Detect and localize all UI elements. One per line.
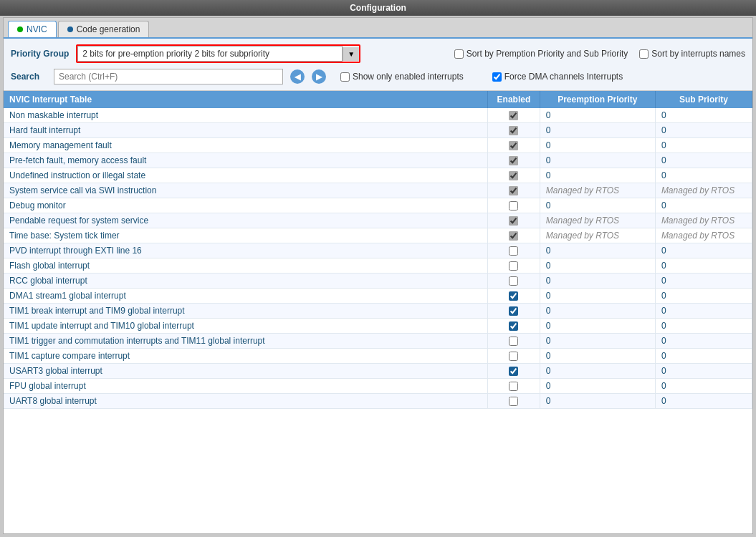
table-container: NVIC Interrupt Table Enabled Preemption … [4, 91, 752, 533]
force-dma-checkbox[interactable] [492, 72, 502, 82]
interrupt-enabled-checkbox[interactable] [509, 291, 518, 301]
interrupt-enabled [488, 228, 540, 243]
interrupt-enabled [488, 198, 540, 213]
interrupt-subpriority: 0 [655, 123, 752, 138]
col-header-enabled: Enabled [488, 91, 540, 108]
interrupt-name: USART3 global interrupt [4, 364, 488, 379]
select-arrow-icon[interactable]: ▼ [343, 47, 359, 61]
interrupt-name: Pre-fetch fault, memory access fault [4, 153, 488, 168]
show-only-enabled-checkbox[interactable] [340, 72, 350, 82]
table-row: Debug monitor00 [4, 198, 752, 213]
search-input[interactable] [54, 69, 283, 84]
sort-by-names-label: Sort by interrupts names [651, 49, 745, 59]
interrupt-enabled-checkbox[interactable] [509, 156, 518, 165]
prev-nav-button[interactable]: ◀ [290, 69, 305, 84]
interrupt-enabled-checkbox[interactable] [509, 231, 518, 241]
interrupt-enabled-checkbox[interactable] [509, 306, 518, 316]
interrupt-name: TIM1 update interrupt and TIM10 global i… [4, 319, 488, 334]
outer-container: Configuration NVIC Code generation Prior… [0, 0, 756, 537]
interrupt-enabled-checkbox[interactable] [509, 216, 518, 226]
table-row: RCC global interrupt00 [4, 274, 752, 289]
interrupt-enabled [488, 319, 540, 334]
tab-nvic[interactable]: NVIC [8, 21, 57, 37]
tab-codegen-label: Code generation [77, 24, 140, 34]
controls-row1: Priority Group 2 bits for pre-emption pr… [11, 44, 745, 63]
main-panel: NVIC Code generation Priority Group 2 bi… [3, 17, 753, 534]
interrupt-enabled-checkbox[interactable] [509, 276, 518, 286]
interrupt-enabled [488, 394, 540, 409]
col-header-name: NVIC Interrupt Table [4, 91, 488, 108]
interrupt-enabled-checkbox[interactable] [509, 141, 518, 150]
interrupt-preemption: 0 [540, 349, 655, 364]
table-row: Memory management fault00 [4, 138, 752, 153]
interrupt-subpriority: 0 [655, 198, 752, 213]
sort-by-premption-item: Sort by Premption Priority and Sub Prior… [454, 49, 628, 59]
interrupt-enabled-checkbox[interactable] [509, 337, 518, 346]
interrupt-subpriority: 0 [655, 243, 752, 258]
priority-group-select[interactable]: 2 bits for pre-emption priority 2 bits f… [77, 46, 343, 62]
interrupt-subpriority: Managed by RTOS [655, 183, 752, 198]
title-bar: Configuration [0, 0, 756, 16]
interrupt-name: UART8 global interrupt [4, 394, 488, 409]
sort-by-names-checkbox[interactable] [639, 49, 649, 59]
interrupt-preemption: 0 [540, 108, 655, 123]
interrupt-preemption: 0 [540, 379, 655, 394]
table-header-row: NVIC Interrupt Table Enabled Preemption … [4, 91, 752, 108]
sort-by-premption-checkbox[interactable] [454, 49, 464, 59]
interrupt-preemption: 0 [540, 274, 655, 289]
interrupt-enabled [488, 213, 540, 228]
interrupt-enabled-checkbox[interactable] [509, 382, 518, 391]
interrupt-enabled-checkbox[interactable] [509, 261, 518, 271]
interrupt-subpriority: 0 [655, 319, 752, 334]
interrupt-enabled-checkbox[interactable] [509, 367, 518, 376]
interrupt-enabled-checkbox[interactable] [509, 397, 518, 406]
interrupt-enabled-checkbox[interactable] [509, 246, 518, 256]
checkboxes-right: Sort by Premption Priority and Sub Prior… [454, 49, 745, 59]
interrupt-preemption: 0 [540, 304, 655, 319]
sort-by-premption-label: Sort by Premption Priority and Sub Prior… [466, 49, 628, 59]
table-row: PVD interrupt through EXTI line 1600 [4, 243, 752, 258]
interrupt-enabled-checkbox[interactable] [509, 201, 518, 211]
interrupt-enabled [488, 153, 540, 168]
interrupt-subpriority: 0 [655, 258, 752, 274]
tab-code-generation[interactable]: Code generation [58, 21, 150, 37]
interrupt-enabled [488, 364, 540, 379]
next-nav-button[interactable]: ▶ [312, 69, 326, 84]
interrupt-name: PVD interrupt through EXTI line 16 [4, 243, 488, 258]
interrupt-preemption: 0 [540, 258, 655, 274]
interrupt-subpriority: 0 [655, 153, 752, 168]
interrupt-name: FPU global interrupt [4, 379, 488, 394]
table-row: TIM1 update interrupt and TIM10 global i… [4, 319, 752, 334]
interrupt-name: Memory management fault [4, 138, 488, 153]
interrupt-enabled-checkbox[interactable] [509, 352, 518, 361]
table-row: Hard fault interrupt00 [4, 123, 752, 138]
force-dma-item: Force DMA channels Interrupts [492, 72, 623, 82]
interrupt-preemption: Managed by RTOS [540, 228, 655, 243]
interrupt-enabled-checkbox[interactable] [509, 321, 518, 331]
interrupt-enabled-checkbox[interactable] [509, 171, 518, 180]
interrupt-enabled-checkbox[interactable] [509, 111, 518, 120]
interrupt-name: TIM1 capture compare interrupt [4, 349, 488, 364]
interrupt-enabled-checkbox[interactable] [509, 126, 518, 135]
force-dma-label: Force DMA channels Interrupts [504, 72, 623, 82]
tabs-row: NVIC Code generation [4, 18, 752, 39]
interrupt-name: Non maskable interrupt [4, 108, 488, 123]
interrupt-subpriority: 0 [655, 304, 752, 319]
interrupt-enabled [488, 289, 540, 304]
interrupt-enabled [488, 108, 540, 123]
table-row: FPU global interrupt00 [4, 379, 752, 394]
table-row: UART8 global interrupt00 [4, 394, 752, 409]
table-row: Flash global interrupt00 [4, 258, 752, 274]
show-only-enabled-label: Show only enabled interrupts [353, 72, 464, 82]
interrupt-tbody: Non maskable interrupt00Hard fault inter… [4, 108, 752, 409]
interrupt-subpriority: 0 [655, 349, 752, 364]
interrupt-enabled-checkbox[interactable] [509, 186, 518, 195]
col-header-preemption: Preemption Priority [540, 91, 655, 108]
table-row: Pendable request for system serviceManag… [4, 213, 752, 228]
interrupt-subpriority: 0 [655, 168, 752, 183]
controls-row2: Search ◀ ▶ Show only enabled interrupts … [11, 69, 745, 84]
interrupt-subpriority: 0 [655, 379, 752, 394]
table-row: Non maskable interrupt00 [4, 108, 752, 123]
codegen-dot [67, 26, 73, 32]
interrupt-subpriority: 0 [655, 364, 752, 379]
